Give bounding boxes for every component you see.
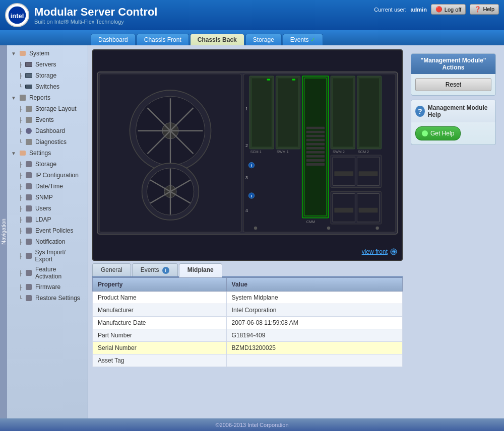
- sidebar-event-policies-label: Event Policies: [35, 227, 73, 234]
- header: intel Modular Server Control Built on In…: [0, 0, 504, 30]
- table-row: Part NumberG18194-409: [93, 329, 403, 341]
- tab-chassis-back[interactable]: Chassis Back: [190, 34, 244, 45]
- sidebar-item-storage[interactable]: ├ Storage: [7, 70, 88, 81]
- sidebar-item-dashboard[interactable]: ├ Dashboard: [7, 125, 88, 136]
- svg-rect-38: [306, 155, 325, 158]
- svg-rect-39: [306, 159, 325, 162]
- footer: ©2006-2013 Intel Corporation: [0, 418, 504, 431]
- sidebar-item-feature-activation[interactable]: ├ Feature Activation: [7, 264, 88, 281]
- svg-rect-35: [306, 143, 325, 146]
- logout-button[interactable]: 🔴 Log off: [431, 4, 466, 15]
- chassis-svg: 1 2 3 4 SCM 1: [93, 50, 402, 260]
- tab-dashboard[interactable]: Dashboard: [91, 34, 136, 45]
- diagnostics-icon: [25, 138, 33, 146]
- svg-rect-50: [357, 157, 379, 185]
- sidebar-item-snmp[interactable]: ├ SNMP: [7, 192, 88, 203]
- svg-rect-30: [304, 78, 327, 216]
- app-title: Modular Server Control: [34, 6, 157, 19]
- system-expand-icon: ▼: [11, 51, 16, 56]
- sidebar-item-restore-settings[interactable]: └ Restore Settings: [7, 293, 88, 304]
- sidebar-item-events[interactable]: ├ Events: [7, 114, 88, 125]
- sidebar-item-diagnostics[interactable]: └ Diagnostics: [7, 136, 88, 148]
- sidebar-item-firmware[interactable]: ├ Firmware: [7, 281, 88, 293]
- management-actions-title: "Management Module" Actions: [411, 54, 495, 74]
- help-button[interactable]: ❓ Help: [470, 4, 499, 15]
- svg-rect-40: [306, 163, 325, 166]
- sidebar-item-system[interactable]: ▼ System: [7, 48, 88, 59]
- sidebar-storage-layout-label: Storage Layout: [35, 105, 76, 112]
- table-header-row: Property Value: [93, 277, 403, 291]
- tab-events[interactable]: Events i: [132, 263, 178, 276]
- sys-import-icon: [25, 252, 33, 260]
- feature-activation-icon: [25, 269, 33, 277]
- management-actions-body: Reset: [411, 74, 495, 95]
- tab-chassis-front[interactable]: Chassis Front: [137, 34, 189, 45]
- restore-settings-icon: [25, 294, 33, 302]
- sidebar-item-sys-import[interactable]: ├ Sys Import/ Export: [7, 247, 88, 264]
- help-label: Help: [483, 6, 494, 12]
- sidebar-item-settings[interactable]: ▼ Settings: [7, 148, 88, 159]
- logout-label: Log off: [445, 7, 461, 13]
- system-icon: [19, 49, 27, 57]
- sidebar-date-time-label: Date/Time: [35, 183, 63, 190]
- svg-rect-46: [359, 78, 379, 147]
- svg-rect-34: [306, 139, 325, 141]
- value-cell: [226, 354, 402, 367]
- sidebar-item-event-policies[interactable]: ├ Event Policies: [7, 225, 88, 236]
- management-actions-box: "Management Module" Actions Reset: [411, 53, 496, 96]
- sidebar-item-servers[interactable]: ├ Servers: [7, 59, 88, 70]
- view-front-link[interactable]: view front: [362, 248, 398, 256]
- sidebar-item-notification[interactable]: ├ Notification: [7, 236, 88, 247]
- sidebar-item-switches[interactable]: └ Switches: [7, 81, 88, 92]
- tab-general[interactable]: General: [92, 263, 131, 276]
- table-row: Product NameSystem Midplane: [93, 291, 403, 304]
- get-help-indicator: [422, 130, 428, 136]
- svg-rect-24: [267, 79, 270, 81]
- sidebar-system-label: System: [29, 50, 49, 57]
- svg-text:i: i: [250, 194, 251, 198]
- management-help-header: ? Management Module Help: [411, 100, 495, 122]
- notification-icon: [25, 238, 33, 246]
- svg-rect-56: [334, 208, 353, 213]
- reset-button[interactable]: Reset: [415, 78, 491, 91]
- property-col-header: Property: [93, 277, 227, 291]
- svg-point-62: [254, 227, 257, 230]
- sidebar-item-users[interactable]: ├ Users: [7, 203, 88, 214]
- tab-events[interactable]: Events: [283, 34, 323, 45]
- value-cell: System Midplane: [226, 291, 402, 304]
- view-front-text: view front: [362, 248, 388, 255]
- content-right: 1 2 3 4 SCM 1: [92, 49, 500, 367]
- svg-rect-43: [333, 78, 353, 147]
- value-cell: 2007-06-08 11:59:08 AM: [226, 316, 402, 329]
- sidebar-item-storage-layout[interactable]: ├ Storage Layout: [7, 103, 88, 114]
- sidebar-item-ip-config[interactable]: ├ IP Configuration: [7, 170, 88, 181]
- sidebar-snmp-label: SNMP: [35, 194, 53, 201]
- svg-text:2: 2: [245, 143, 248, 148]
- svg-rect-31: [306, 127, 325, 129]
- property-cell: Manufacturer: [93, 304, 227, 316]
- svg-rect-23: [251, 78, 272, 147]
- tab-storage[interactable]: Storage: [245, 34, 282, 45]
- svg-point-63: [327, 227, 330, 230]
- tab-midplane[interactable]: Midplane: [179, 263, 222, 277]
- sidebar-item-date-time[interactable]: ├ Date/Time: [7, 181, 88, 192]
- svg-rect-37: [306, 151, 325, 154]
- svg-text:1: 1: [245, 106, 248, 111]
- servers-icon: [25, 60, 33, 68]
- sidebar-item-ldap[interactable]: ├ LDAP: [7, 214, 88, 225]
- get-help-button[interactable]: Get Help: [415, 126, 461, 140]
- dashboard-icon: [25, 127, 33, 135]
- nav-label[interactable]: Navigation: [0, 45, 7, 418]
- sidebar-ip-config-label: IP Configuration: [35, 172, 79, 179]
- management-help-box: ? Management Module Help Get Help: [411, 100, 496, 145]
- intel-logo: intel: [5, 3, 29, 27]
- main-content: 1 2 3 4 SCM 1: [92, 49, 403, 367]
- sidebar-feature-activation-label: Feature Activation: [35, 266, 84, 280]
- tabs-area: General Events i Midplane Property Value: [92, 263, 403, 367]
- sidebar-item-storage-settings[interactable]: ├ Storage: [7, 159, 88, 170]
- property-cell: Part Number: [93, 329, 227, 341]
- servers-tree-icon: ├: [19, 62, 22, 67]
- svg-rect-32: [306, 131, 325, 133]
- sidebar-item-reports[interactable]: ▼ Reports: [7, 92, 88, 103]
- nav-tabs: Dashboard Chassis Front Chassis Back Sto…: [0, 30, 504, 45]
